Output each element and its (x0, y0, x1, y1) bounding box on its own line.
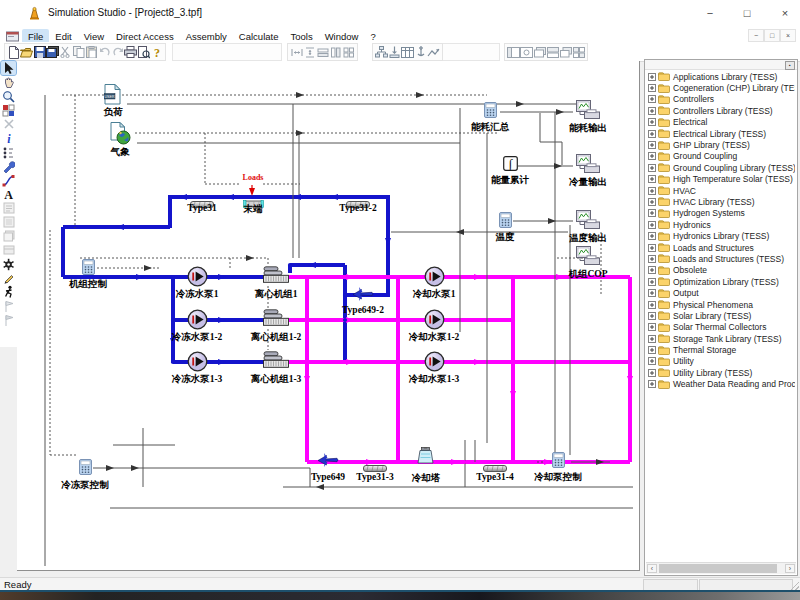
tree-item[interactable]: Controllers (647, 94, 795, 105)
signal-flow-icon[interactable] (427, 45, 440, 59)
component-integrator[interactable]: ∫ (503, 156, 518, 175)
tree-item[interactable]: Physical Phenomena (647, 299, 795, 310)
expand-plus-icon[interactable] (648, 175, 656, 183)
tree-item[interactable]: Obsolete (647, 265, 795, 276)
hierarchy-icon[interactable] (375, 45, 388, 59)
frame-d-icon[interactable] (1, 243, 16, 257)
component-pump[interactable] (424, 351, 445, 376)
component-doc-globe[interactable] (110, 122, 131, 149)
component-tee[interactable] (317, 452, 339, 472)
info-icon[interactable]: i (1, 131, 16, 145)
project-canvas[interactable]: USER负荷气象Type31末端LoadsType31-2能耗汇总能耗输出∫能量… (17, 61, 640, 571)
component-plotter[interactable] (576, 246, 600, 270)
frame-a-icon[interactable] (1, 201, 16, 215)
tree-item[interactable]: Hydronics Library (TESS) (647, 230, 795, 241)
component-pipe[interactable] (363, 458, 387, 476)
gear-settings-icon[interactable] (1, 257, 16, 271)
component-pump[interactable] (187, 351, 208, 376)
print-icon[interactable] (124, 45, 137, 59)
tree-item[interactable]: Electrical Library (TESS) (647, 128, 795, 139)
fit-grid-icon[interactable] (342, 45, 355, 59)
open-folder-icon[interactable] (20, 45, 33, 59)
mdi-close-button[interactable]: × (780, 29, 796, 42)
component-plotter[interactable] (576, 100, 600, 124)
component-calc[interactable] (484, 102, 497, 122)
expand-plus-icon[interactable] (648, 346, 656, 354)
expand-plus-icon[interactable] (648, 221, 656, 229)
color-grid-icon[interactable] (1, 103, 16, 117)
close-button[interactable]: × (768, 3, 800, 23)
component-pump[interactable] (187, 309, 208, 334)
minimize-button[interactable]: − (693, 3, 727, 23)
tree-item[interactable]: High Temperature Solar (TESS) (647, 174, 795, 185)
expand-plus-icon[interactable] (648, 380, 656, 388)
sheets-icon[interactable] (533, 45, 546, 59)
copy-icon[interactable] (72, 45, 85, 59)
tree-item[interactable]: Controllers Library (TESS) (647, 105, 795, 116)
print-preview-icon[interactable] (137, 45, 150, 59)
tree-item[interactable]: Thermal Storage (647, 344, 795, 355)
tree-item[interactable]: Loads and Structures (TESS) (647, 253, 795, 264)
expand-plus-icon[interactable] (648, 107, 656, 115)
sort-order-icon[interactable] (1, 145, 16, 159)
tree-item[interactable]: Solar Library (TESS) (647, 310, 795, 321)
undo-icon[interactable] (98, 45, 111, 59)
expand-plus-icon[interactable] (648, 335, 656, 343)
table-view-icon[interactable] (401, 45, 414, 59)
component-tower[interactable] (417, 447, 434, 468)
expand-plus-icon[interactable] (648, 152, 656, 160)
tree-item[interactable]: GHP Library (TESS) (647, 139, 795, 150)
component-pump[interactable] (424, 309, 445, 334)
scroll-left-arrow[interactable]: ‹ (647, 564, 657, 573)
expand-plus-icon[interactable] (648, 73, 656, 81)
tree-item[interactable]: Hydrogen Systems (647, 208, 795, 219)
scroll-thumb[interactable] (659, 564, 777, 573)
zoom-magnifier-icon[interactable] (1, 89, 16, 103)
import-down-icon[interactable] (388, 45, 401, 59)
pane-view-icon[interactable] (520, 45, 533, 59)
expand-plus-icon[interactable] (648, 369, 656, 377)
fit-vertical-icon[interactable] (303, 45, 316, 59)
expand-plus-icon[interactable] (648, 164, 656, 172)
tile-horizontal-icon[interactable] (546, 45, 559, 59)
tree-item[interactable]: Storage Tank Library (TESS) (647, 333, 795, 344)
expand-plus-icon[interactable] (648, 209, 656, 217)
pane-left-icon[interactable] (507, 45, 520, 59)
component-doc-user[interactable]: USER (104, 84, 121, 109)
tree-item[interactable]: Cogeneration (CHP) Library (TESS) (647, 82, 795, 93)
redo-icon[interactable] (111, 45, 124, 59)
document-icon[interactable] (6, 28, 19, 39)
tree-item[interactable]: Electrical (647, 117, 795, 128)
help-icon[interactable]: ? (150, 45, 163, 59)
expand-plus-icon[interactable] (648, 357, 656, 365)
expand-plus-icon[interactable] (648, 278, 656, 286)
tree-panel-button[interactable]: ▪ (785, 61, 795, 70)
expand-plus-icon[interactable] (648, 301, 656, 309)
expand-plus-icon[interactable] (648, 95, 656, 103)
expand-plus-icon[interactable] (648, 141, 656, 149)
component-terminal[interactable] (243, 194, 264, 212)
fit-horizontal-icon[interactable] (290, 45, 303, 59)
anchor-icon[interactable] (414, 45, 427, 59)
wrench-tool-icon[interactable] (1, 159, 16, 173)
expand-plus-icon[interactable] (648, 244, 656, 252)
tree-item[interactable]: Loads and Structures (647, 242, 795, 253)
save-all-icon[interactable] (46, 45, 59, 59)
tree-item[interactable]: HVAC Library (TESS) (647, 196, 795, 207)
expand-plus-icon[interactable] (648, 198, 656, 206)
mdi-restore-button[interactable]: □ (764, 29, 780, 42)
resize-grip[interactable] (790, 581, 799, 590)
component-calc[interactable] (79, 459, 92, 479)
run-calculate-icon[interactable] (1, 285, 16, 299)
paste-icon[interactable] (85, 45, 98, 59)
tree-horizontal-scrollbar[interactable]: ‹ › (646, 562, 796, 574)
mdi-minimize-button[interactable]: − (748, 29, 764, 42)
tree-item[interactable]: Optimization Library (TESS) (647, 276, 795, 287)
same-height-icon[interactable] (329, 45, 342, 59)
cascade-icon[interactable] (559, 45, 572, 59)
new-document-icon[interactable] (7, 45, 20, 59)
component-pump[interactable] (187, 266, 208, 291)
tree-item[interactable]: Output (647, 287, 795, 298)
component-chiller[interactable] (263, 351, 289, 372)
tree-item[interactable]: Weather Data Reading and Process (647, 379, 795, 390)
